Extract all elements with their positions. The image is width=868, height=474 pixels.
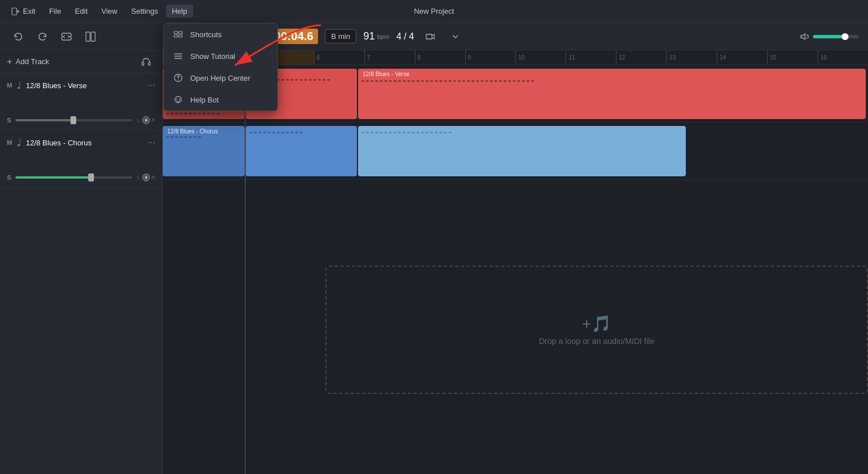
exit-menu-item[interactable]: Exit — [6, 5, 41, 18]
add-track-button[interactable]: + Add Track — [7, 57, 49, 67]
split-button[interactable] — [81, 27, 100, 46]
show-tutorial-menu-item[interactable]: Show Tutorial — [164, 45, 277, 67]
record-icon — [425, 31, 435, 42]
ruler-mark-10: 10 — [515, 50, 565, 65]
help-menu-item[interactable]: Help — [166, 5, 193, 18]
ruler-mark-16: 16 — [818, 50, 868, 65]
timeline-area: 3 4 5 6 7 8 9 10 11 12 13 14 15 16 — [163, 50, 868, 474]
record-button[interactable] — [421, 27, 439, 46]
transport-section: 00:04.6 B min 91 bpm 4 / 4 — [270, 27, 465, 46]
dropdown-arrow-button[interactable] — [446, 27, 465, 46]
bpm-section: 91 bpm — [363, 30, 389, 42]
help-dropdown-menu: Shortcuts Show Tutorial Open Help Center — [163, 23, 278, 111]
shortcuts-label: Shortcuts — [190, 30, 222, 39]
track-icon-chorus: ♩ — [17, 136, 21, 149]
pan-knob-chorus[interactable] — [142, 173, 150, 181]
plus-icon: + — [7, 57, 12, 67]
shortcuts-icon — [173, 29, 183, 40]
track-menu-chorus[interactable]: ··· — [148, 137, 155, 148]
bpm-unit: bpm — [377, 33, 389, 40]
ruler-mark-14: 14 — [717, 50, 767, 65]
pan-knob-verse[interactable] — [142, 116, 150, 124]
music-note-icon: +🎵 — [582, 314, 611, 333]
solo-label-verse[interactable]: S — [7, 117, 11, 124]
clip-waveform-chorus-2 — [249, 132, 354, 172]
volume-slider[interactable] — [813, 35, 859, 38]
track-name-verse: 12/8 Blues - Verse — [26, 81, 87, 90]
menu-bar: Exit File Edit View Settings Help New Pr… — [0, 0, 868, 23]
volume-icon — [799, 31, 810, 42]
svg-rect-8 — [174, 35, 178, 37]
svg-rect-0 — [12, 8, 17, 15]
open-help-center-menu-item[interactable]: Open Help Center — [164, 67, 277, 89]
track-headers-panel: + Add Track M ♩ 12/8 Blues - Verse ··· — [0, 50, 163, 474]
clip-chorus-1[interactable]: 12/8 Blues - Chorus — [163, 126, 245, 176]
clip-chorus-3[interactable] — [358, 126, 686, 176]
shortcuts-menu-item[interactable]: Shortcuts — [164, 23, 277, 45]
track-header-chorus: M ♩ 12/8 Blues - Chorus ··· S L R — [0, 131, 162, 188]
drop-text: Drop a loop or an audio/MIDI file — [539, 337, 655, 346]
redo-icon — [37, 31, 48, 42]
open-help-center-label: Open Help Center — [190, 74, 250, 82]
svg-point-14 — [178, 80, 179, 81]
clip-verse-3[interactable]: 12/8 Blues - Verse — [358, 69, 866, 119]
clip-waveform-verse-3 — [362, 80, 862, 114]
pan-knob-dot-chorus — [146, 176, 147, 179]
solo-label-chorus[interactable]: S — [7, 174, 11, 181]
pan-knob-dot-verse — [146, 119, 147, 121]
undo-icon — [13, 31, 23, 42]
clip-verse-3-label: 12/8 Blues - Verse — [359, 70, 413, 78]
track-header-top-verse: M ♩ 12/8 Blues - Verse ··· — [7, 79, 155, 92]
ruler-mark-6: 6 — [314, 50, 364, 65]
bpm-value: 91 — [363, 30, 375, 42]
track-fader-knob-verse — [70, 116, 76, 124]
track-menu-verse[interactable]: ··· — [148, 80, 155, 90]
ruler-mark-11: 11 — [565, 50, 616, 65]
mute-label-verse[interactable]: M — [7, 82, 12, 89]
track-header-top-chorus: M ♩ 12/8 Blues - Chorus ··· — [7, 136, 155, 149]
mute-label-chorus[interactable]: M — [7, 139, 12, 146]
ruler-mark-15: 15 — [767, 50, 818, 65]
track-header-left-chorus: M ♩ 12/8 Blues - Chorus — [7, 136, 92, 149]
pan-control-chorus: L R — [137, 173, 155, 181]
loop-button[interactable] — [57, 27, 76, 46]
help-bot-icon — [173, 94, 183, 105]
svg-rect-6 — [174, 31, 178, 34]
add-track-bar: + Add Track — [0, 50, 162, 73]
clip-chorus-2[interactable] — [246, 126, 357, 176]
ruler-mark-12: 12 — [616, 50, 666, 65]
track-header-verse: M ♩ 12/8 Blues - Verse ··· S L R — [0, 73, 162, 131]
redo-button[interactable] — [33, 27, 52, 46]
drop-zone[interactable]: +🎵 Drop a loop or an audio/MIDI file — [325, 266, 868, 394]
track-lane-chorus[interactable]: 12/8 Blues - Chorus — [163, 123, 868, 180]
ruler-mark-9: 9 — [465, 50, 516, 65]
svg-point-17 — [179, 99, 180, 100]
track-lanes: 5. 12/8 Blues - Verse — [163, 65, 868, 474]
track-name-chorus: 12/8 Blues - Chorus — [26, 139, 92, 147]
key-display[interactable]: B min — [325, 29, 356, 44]
pan-r-label: R — [152, 117, 156, 123]
pan-l-label-chorus: L — [137, 175, 140, 180]
help-bot-label: Help Bot — [190, 96, 219, 104]
track-fader-verse[interactable] — [15, 119, 132, 121]
main-content: + Add Track M ♩ 12/8 Blues - Verse ··· — [0, 50, 868, 474]
chevron-down-icon — [451, 33, 459, 41]
track-controls-chorus: S L R — [7, 173, 155, 181]
clip-chorus-1-label: 12/8 Blues - Chorus — [164, 127, 221, 136]
settings-menu-item[interactable]: Settings — [125, 5, 164, 18]
track-fader-fill-chorus — [15, 176, 92, 179]
clip-waveform-chorus-1 — [166, 136, 241, 172]
edit-menu-item[interactable]: Edit — [69, 5, 93, 18]
track-controls-verse: S L R — [7, 116, 155, 124]
help-bot-menu-item[interactable]: Help Bot — [164, 89, 277, 110]
track-fader-knob-chorus — [88, 173, 94, 181]
svg-rect-4 — [142, 62, 144, 65]
pan-l-label: L — [137, 117, 140, 123]
view-menu-item[interactable]: View — [96, 5, 123, 18]
file-menu-item[interactable]: File — [44, 5, 67, 18]
undo-button[interactable] — [9, 27, 28, 46]
headphones-button[interactable] — [137, 53, 155, 71]
playhead-line — [245, 65, 246, 474]
track-fader-chorus[interactable] — [15, 176, 132, 179]
ruler-mark-13: 13 — [666, 50, 717, 65]
